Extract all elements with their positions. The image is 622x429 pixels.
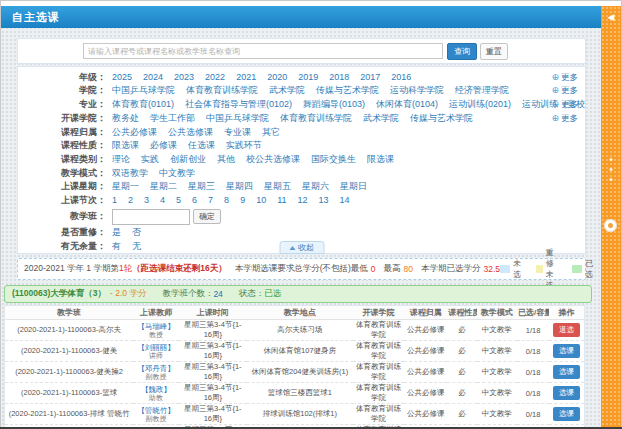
filter-option[interactable]: 14 (340, 195, 350, 206)
filter-option[interactable]: 10 (256, 195, 266, 206)
page-header: 自主选课 (1, 6, 601, 28)
more-link[interactable]: ⊕更多 (551, 72, 578, 83)
filter-option[interactable]: 8 (224, 195, 229, 206)
action-button[interactable]: 退选 (553, 323, 580, 337)
filter-option[interactable]: 星期二 (150, 181, 177, 192)
filter-option[interactable]: 是 (112, 227, 121, 238)
column-header: 教学班 (5, 306, 133, 320)
course-group-title: (1100063)大学体育（3） (12, 288, 106, 300)
course-group-banner[interactable]: (1100063)大学体育（3） - 2.0 学分 教学班个数： 24 状态： … (4, 285, 592, 303)
filter-option[interactable]: 运动科学学院 (390, 85, 444, 96)
filter-option[interactable]: 其他 (217, 154, 235, 165)
filter-option[interactable]: 2025 (112, 72, 132, 83)
filter-option[interactable]: 2024 (143, 72, 163, 83)
filter-option[interactable]: 星期日 (340, 181, 367, 192)
filter-option[interactable]: 2020 (267, 72, 287, 83)
filter-option[interactable]: 专业课 (224, 127, 251, 138)
filter-option[interactable]: 4 (160, 195, 165, 206)
filter-option[interactable]: 国际交换生 (311, 154, 356, 165)
filter-option[interactable]: 2023 (174, 72, 194, 83)
filter-option[interactable]: 11 (277, 195, 286, 206)
filter-option[interactable]: 传媒与艺术学院 (316, 85, 379, 96)
filter-option[interactable]: 限选课 (112, 140, 139, 151)
filter-option[interactable]: 2021 (236, 72, 256, 83)
filter-option[interactable]: 星期五 (264, 181, 291, 192)
filter-option[interactable]: 2017 (360, 72, 380, 83)
filter-option[interactable]: 休闲体育(0104) (376, 99, 438, 110)
filter-option[interactable]: 中国乒乓球学院 (112, 85, 175, 96)
teacher-link[interactable]: 【马瑞峰】 (135, 322, 177, 331)
filter-option[interactable]: 无 (132, 241, 141, 252)
teacher-link[interactable]: 【邓丹青】 (135, 364, 177, 373)
filter-option[interactable]: 星期一 (112, 181, 139, 192)
filter-option[interactable]: 体育教育训练学院 (186, 85, 258, 96)
reset-button[interactable]: 重置 (480, 43, 508, 60)
filter-option[interactable]: 体育教育训练学院 (280, 113, 352, 124)
filter-option[interactable]: 其它 (262, 127, 280, 138)
filter-option[interactable]: 2019 (298, 72, 318, 83)
class-name-input[interactable] (112, 209, 190, 225)
collapse-arrow-icon[interactable]: ◀ (601, 12, 621, 22)
filter-option[interactable]: 中国乒乓球学院 (206, 113, 269, 124)
belong-cell: 公共必修课 (404, 404, 447, 425)
filter-option[interactable]: 舞蹈编导(0103) (303, 99, 365, 110)
filter-option[interactable]: 1 (112, 195, 117, 206)
filter-option[interactable]: 任选课 (188, 140, 215, 151)
floating-badge-icon[interactable] (604, 219, 617, 232)
filter-option[interactable]: 7 (208, 195, 213, 206)
filter-option[interactable]: 实践 (141, 154, 159, 165)
filter-option[interactable]: 13 (319, 195, 329, 206)
filter-option[interactable]: 武术学院 (363, 113, 399, 124)
filter-option[interactable]: 双语教学 (112, 168, 148, 179)
action-button[interactable]: 选课 (553, 365, 580, 379)
filter-option[interactable]: 限选课 (367, 154, 394, 165)
teacher-link[interactable]: 【管晓竹】 (135, 406, 177, 415)
filter-option[interactable]: 3 (144, 195, 149, 206)
column-header: 已选/容量 (517, 306, 549, 320)
filter-option[interactable]: 校公共选修课 (246, 154, 300, 165)
filter-option[interactable]: 2018 (329, 72, 349, 83)
filter-option[interactable]: 2 (128, 195, 133, 206)
filter-option[interactable]: 星期六 (302, 181, 329, 192)
query-button[interactable]: 查询 (447, 43, 477, 60)
filter-option[interactable]: 公共必修课 (112, 127, 157, 138)
floating-sidebar[interactable]: ◀ (601, 6, 621, 427)
filter-option[interactable]: 12 (298, 195, 308, 206)
filter-option[interactable]: 5 (176, 195, 181, 206)
teacher-link[interactable]: 【魏政】 (135, 385, 177, 394)
action-button[interactable]: 选课 (553, 344, 580, 358)
action-button[interactable]: 选课 (553, 407, 580, 421)
filter-option[interactable]: 运动训练(0201) (449, 99, 511, 110)
belong-cell: 公共必修课 (404, 341, 447, 362)
search-input[interactable] (83, 43, 443, 59)
more-link[interactable]: ⊕更多 (551, 99, 578, 110)
filter-option[interactable]: 2016 (391, 72, 411, 83)
nature-cell: 必 (447, 320, 476, 341)
filter-option[interactable]: 有 (112, 241, 121, 252)
collapse-button[interactable]: 收起 (279, 241, 324, 254)
teacher-link[interactable]: 【刘丽丽】 (135, 343, 177, 352)
filter-option[interactable]: 6 (192, 195, 197, 206)
filter-option[interactable]: 公共选修课 (168, 127, 213, 138)
filter-option[interactable]: 创新创业 (170, 154, 206, 165)
confirm-button[interactable]: 确定 (193, 209, 221, 224)
filter-option[interactable]: 社会体育指导与管理(0102) (185, 99, 292, 110)
filter-option[interactable]: 否 (132, 227, 141, 238)
filter-option[interactable]: 必修课 (150, 140, 177, 151)
action-button[interactable]: 选课 (553, 386, 580, 400)
filter-option[interactable]: 2022 (205, 72, 225, 83)
more-link[interactable]: ⊕更多 (551, 113, 578, 124)
filter-option[interactable]: 经济管理学院 (455, 85, 509, 96)
filter-option[interactable]: 理论 (112, 154, 130, 165)
filter-option[interactable]: 教务处 (112, 113, 139, 124)
filter-option[interactable]: 中文教学 (159, 168, 195, 179)
filter-option[interactable]: 星期四 (226, 181, 253, 192)
filter-option[interactable]: 学生工作部 (150, 113, 195, 124)
filter-option[interactable]: 传媒与艺术学院 (410, 113, 473, 124)
filter-option[interactable]: 体育教育(0101) (112, 99, 174, 110)
more-link[interactable]: ⊕更多 (551, 85, 578, 96)
filter-option[interactable]: 实践环节 (226, 140, 262, 151)
filter-option[interactable]: 武术学院 (269, 85, 305, 96)
filter-option[interactable]: 9 (240, 195, 245, 206)
filter-option[interactable]: 星期三 (188, 181, 215, 192)
